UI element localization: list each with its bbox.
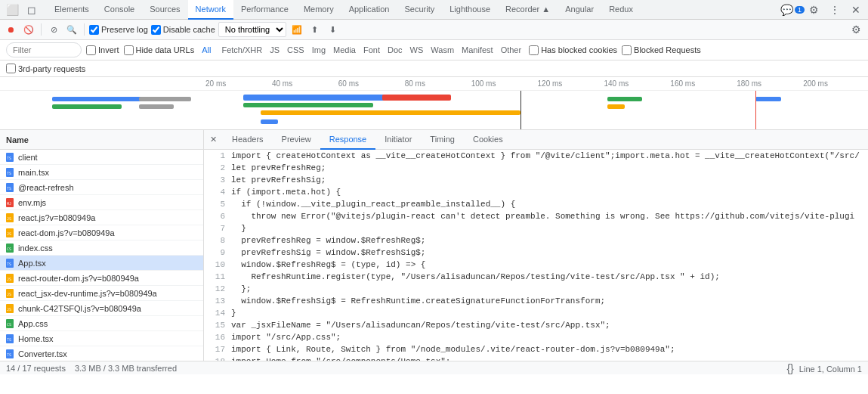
filter-type-css[interactable]: CSS xyxy=(284,45,307,55)
file-name: Converter.tsx xyxy=(18,349,67,358)
file-item[interactable]: JSreact-dom.js?v=b080949a xyxy=(0,225,203,240)
tick-20ms: 20 ms xyxy=(204,79,270,88)
hide-data-urls-checkbox[interactable] xyxy=(124,45,134,55)
tab-lighthouse[interactable]: Lighthouse xyxy=(442,0,498,20)
filter-type-other[interactable]: Other xyxy=(498,45,525,55)
search-button[interactable]: 🔍 xyxy=(64,22,79,37)
filter-type-media[interactable]: Media xyxy=(330,45,359,55)
file-item[interactable]: TSmain.tsx xyxy=(0,165,203,180)
file-list: TSclientTSmain.tsxTS@react-refreshMJenv.… xyxy=(0,150,203,361)
network-settings-icon[interactable]: ⚙ xyxy=(847,20,865,39)
disable-cache-label[interactable]: Disable cache xyxy=(151,25,215,35)
filter-type-fetch/xhr[interactable]: Fetch/XHR xyxy=(218,45,265,55)
more-icon[interactable]: ⋮ xyxy=(826,1,844,19)
has-blocked-cookies-text: Has blocked cookies xyxy=(541,45,617,54)
file-name: chunk-C42TSFQl.js?v=b080949a xyxy=(18,304,141,313)
throttle-select[interactable]: No throttling Slow 3G Fast 3G Offline xyxy=(218,22,286,37)
name-header: Name xyxy=(6,135,29,144)
timeline-bar-2 xyxy=(52,104,122,109)
tab-angular[interactable]: Angular xyxy=(558,0,601,20)
line-content: RefreshRuntime.register(type, "/Users/al… xyxy=(231,271,720,283)
filter-all[interactable]: All xyxy=(199,45,214,55)
filter-type-doc[interactable]: Doc xyxy=(385,45,406,55)
filter-type-ws[interactable]: WS xyxy=(407,45,427,55)
panel-tab-headers[interactable]: Headers xyxy=(223,130,273,150)
preserve-log-label[interactable]: Preserve log xyxy=(89,25,148,35)
line-number: 5 xyxy=(207,198,225,210)
file-item[interactable]: TSclient xyxy=(0,150,203,165)
clear-button[interactable]: 🚫 xyxy=(21,22,36,37)
tab-elements[interactable]: Elements xyxy=(47,0,97,20)
panel-tab-preview[interactable]: Preview xyxy=(273,130,320,150)
file-item[interactable]: JSchunk-C42TSFQl.js?v=b080949a xyxy=(0,301,203,316)
panel-tab-cookies[interactable]: Cookies xyxy=(464,130,512,150)
file-item[interactable]: CSindex.css xyxy=(0,240,203,256)
file-item[interactable]: JSreact.js?v=b080949a xyxy=(0,210,203,225)
thirdparty-label[interactable]: 3rd-party requests xyxy=(6,64,85,73)
record-button[interactable]: ⏺ xyxy=(3,22,18,37)
disable-cache-checkbox[interactable] xyxy=(151,25,161,35)
tab-redux[interactable]: Redux xyxy=(601,0,641,20)
file-item[interactable]: JSreact_jsx-dev-runtime.js?v=b080949a xyxy=(0,286,203,301)
blocked-requests-checkbox[interactable] xyxy=(622,45,632,55)
tab-performance[interactable]: Performance xyxy=(233,0,296,20)
tab-recorder-▲[interactable]: Recorder ▲ xyxy=(498,0,558,20)
line-number: 1 xyxy=(207,150,225,162)
panel-tab-initiator[interactable]: Initiator xyxy=(375,130,421,150)
download-icon[interactable]: ⬇ xyxy=(326,22,341,37)
file-item[interactable]: TSConverter.tsx xyxy=(0,346,203,361)
main-area: Name TSclientTSmain.tsxTS@react-refreshM… xyxy=(0,130,868,361)
panel-tab-response[interactable]: Response xyxy=(320,130,376,150)
svg-text:TS: TS xyxy=(7,337,11,342)
filter-type-js[interactable]: JS xyxy=(267,45,283,55)
svg-text:TS: TS xyxy=(7,262,11,266)
invert-label[interactable]: Invert xyxy=(86,45,119,55)
file-item[interactable]: TS@react-refresh xyxy=(0,180,203,195)
code-line: 16import "/src/App.css"; xyxy=(204,331,868,343)
timeline-ruler: 20 ms40 ms60 ms80 ms100 ms120 ms140 ms16… xyxy=(0,77,868,91)
devtools-icon-1[interactable]: ⬜ xyxy=(3,1,21,19)
filter-icon[interactable]: ⊘ xyxy=(46,22,61,37)
thirdparty-checkbox[interactable] xyxy=(6,64,16,73)
filter-type-img[interactable]: Img xyxy=(309,45,329,55)
filter-type-manifest[interactable]: Manifest xyxy=(459,45,496,55)
panel-close-button[interactable]: ✕ xyxy=(207,133,220,146)
tab-application[interactable]: Application xyxy=(341,0,397,20)
tick-180ms: 180 ms xyxy=(735,79,802,88)
line-number: 4 xyxy=(207,186,225,198)
tab-console[interactable]: Console xyxy=(97,0,142,20)
devtools-icon-2[interactable]: ◻ xyxy=(23,1,41,19)
file-item[interactable]: TSHome.tsx xyxy=(0,331,203,346)
tab-security[interactable]: Security xyxy=(397,0,442,20)
tab-memory[interactable]: Memory xyxy=(296,0,341,20)
upload-icon[interactable]: ⬆ xyxy=(307,22,323,37)
file-item[interactable]: CSApp.css xyxy=(0,316,203,331)
invert-checkbox[interactable] xyxy=(86,45,96,55)
has-blocked-cookies-checkbox[interactable] xyxy=(529,45,539,55)
wifi-icon[interactable]: 📶 xyxy=(289,22,304,37)
file-item[interactable]: MJenv.mjs xyxy=(0,195,203,210)
filter-input[interactable] xyxy=(6,42,82,57)
tick-60ms: 60 ms xyxy=(337,79,403,88)
code-view[interactable]: 1import { createHotContext as __vite__cr… xyxy=(204,150,868,361)
svg-text:JS: JS xyxy=(7,307,11,312)
file-item[interactable]: TSApp.tsx xyxy=(0,256,203,271)
hide-data-urls-label[interactable]: Hide data URLs xyxy=(124,45,195,55)
close-devtools-icon[interactable]: ✕ xyxy=(847,1,865,19)
timeline-bars xyxy=(0,91,868,130)
has-blocked-cookies-label[interactable]: Has blocked cookies xyxy=(529,45,617,55)
file-item[interactable]: JSreact-router-dom.js?v=b080949a xyxy=(0,271,203,286)
tab-network[interactable]: Network xyxy=(188,0,233,20)
disable-cache-text: Disable cache xyxy=(163,25,215,34)
console-badge-button[interactable]: 💬1 xyxy=(783,1,802,19)
code-line: 15var _jsxFileName = "/Users/alisaduncan… xyxy=(204,319,868,331)
blocked-requests-label[interactable]: Blocked Requests xyxy=(622,45,701,55)
filter-type-font[interactable]: Font xyxy=(360,45,383,55)
preserve-log-checkbox[interactable] xyxy=(89,25,99,35)
tab-sources[interactable]: Sources xyxy=(142,0,187,20)
panel-tab-timing[interactable]: Timing xyxy=(421,130,464,150)
filter-type-wasm[interactable]: Wasm xyxy=(428,45,457,55)
settings-icon[interactable]: ⚙ xyxy=(805,1,823,19)
svg-text:CS: CS xyxy=(7,322,11,327)
timeline-bar-6 xyxy=(243,103,373,107)
